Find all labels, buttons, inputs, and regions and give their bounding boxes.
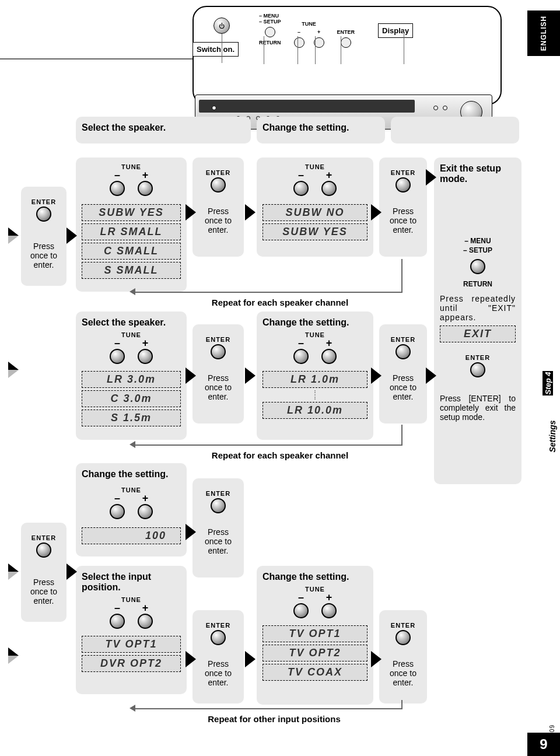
tune-label-3: TUNE xyxy=(82,331,181,338)
plus-sign: + xyxy=(326,172,332,178)
enter-button-r1a[interactable] xyxy=(211,177,226,192)
tune-down-btn-2[interactable] xyxy=(293,181,309,196)
tune-label-1: TUNE xyxy=(82,163,181,170)
press-once-r2a: Press once to enter. xyxy=(198,373,238,401)
row1-set-disp-2: SUBW YES xyxy=(262,223,368,240)
loop-arrow-3 xyxy=(130,705,135,712)
exit-panel: Exit the setup mode. – MENU – SETUP RETU… xyxy=(434,158,522,484)
minus-sign: – xyxy=(114,340,120,346)
tune-up-btn-3[interactable] xyxy=(138,349,153,364)
flow-arrow xyxy=(186,368,196,384)
plus-sign: + xyxy=(142,340,149,346)
tune-up-btn-1[interactable] xyxy=(138,181,153,196)
tune-down-btn-6[interactable] xyxy=(110,614,125,629)
enter-button-r3[interactable] xyxy=(211,498,226,513)
row2-select-title: Select the speaker. xyxy=(82,317,181,328)
enter-label-2: ENTER xyxy=(27,534,61,541)
flow-arrow xyxy=(186,524,196,540)
plus-sign: + xyxy=(142,495,149,502)
exit-press-enter: Press [ENTER] to completely exit the set… xyxy=(440,394,516,422)
tune-down-btn-1[interactable] xyxy=(110,181,125,196)
exit-title: Exit the setup mode. xyxy=(440,163,516,184)
top-return-label: RETURN xyxy=(259,40,281,46)
language-tab-label: ENGLISH xyxy=(540,16,548,51)
minus-sign: – xyxy=(114,172,120,178)
row3-disp-1: 100 xyxy=(82,527,181,544)
switch-on-callout: Switch on. xyxy=(192,42,239,57)
tune-down-btn-4[interactable] xyxy=(293,349,309,364)
enter-label-r2b: ENTER xyxy=(385,336,421,343)
tune-label-5: TUNE xyxy=(82,487,181,494)
row2-set-disp-2: LR 10.0m xyxy=(262,402,368,419)
row2-change-setting-panel: Change the setting. TUNE – + LR 1.0m LR … xyxy=(257,312,373,440)
heading-change-setting-label: Change the setting. xyxy=(262,123,379,133)
exit-display: EXIT xyxy=(440,326,516,342)
repeat-1: Repeat for each speaker channel xyxy=(175,298,385,307)
side-settings: Settings xyxy=(547,420,556,452)
enter-label-r1b: ENTER xyxy=(385,169,421,176)
tune-down-btn-3[interactable] xyxy=(110,349,125,364)
flow-arrow xyxy=(371,651,382,667)
device-illustration: – MENU– SETUP RETURN TUNE – + xyxy=(192,6,502,105)
repeat-2: Repeat for each speaker channel xyxy=(175,450,385,460)
row4-disp-1: TV OPT1 xyxy=(82,636,181,653)
flow-arrow xyxy=(66,564,77,580)
flow-arrow xyxy=(245,204,256,220)
repeat-3: Repeat for other input positions xyxy=(163,714,385,724)
tune-up-btn-6[interactable] xyxy=(138,614,153,629)
row4-select-input-title: Select the input position. xyxy=(82,572,181,593)
exit-enter-btn[interactable] xyxy=(470,362,485,377)
row1-disp-1: SUBW YES xyxy=(82,204,181,221)
enter-button-2[interactable] xyxy=(36,542,51,558)
top-tune-minus: – xyxy=(298,29,300,35)
row1-disp-3: C SMALL xyxy=(82,243,181,260)
enter-button-r2b[interactable] xyxy=(396,344,411,359)
flow-arrow xyxy=(186,651,196,667)
flow-arrow xyxy=(66,228,77,244)
top-tune-label: TUNE xyxy=(302,21,316,27)
press-once-1: Press once to enter. xyxy=(27,242,61,270)
press-once-r4a: Press once to enter. xyxy=(198,659,238,687)
tune-up-btn-4[interactable] xyxy=(321,349,337,364)
row1-enter-panel-2: ENTER Press once to enter. xyxy=(379,158,427,257)
press-once-r3: Press once to enter. xyxy=(198,527,238,555)
enter-button-r1b[interactable] xyxy=(396,177,411,192)
row1-enter-panel-1: ENTER Press once to enter. xyxy=(192,158,244,257)
tune-down-btn-7[interactable] xyxy=(293,603,309,618)
enter-button-1[interactable] xyxy=(36,206,51,222)
flow-arrow xyxy=(426,169,436,186)
tune-label-6: TUNE xyxy=(82,596,181,603)
loop-arrow-1 xyxy=(130,288,135,295)
top-menu-setup-btn[interactable] xyxy=(265,27,275,37)
tune-up-btn-2[interactable] xyxy=(321,181,337,196)
row4-set-disp-2: TV OPT2 xyxy=(262,645,368,662)
page-number: 9 xyxy=(527,733,560,756)
tune-label-4: TUNE xyxy=(262,331,368,338)
enter-button-r2a[interactable] xyxy=(211,344,226,359)
flow-arrow xyxy=(8,362,19,378)
enter-button-r4a[interactable] xyxy=(211,630,226,645)
heading-change-setting: Change the setting. xyxy=(257,117,385,144)
power-button[interactable]: ⏻ xyxy=(214,18,230,34)
press-once-r1b: Press once to enter. xyxy=(385,206,421,235)
tune-up-btn-7[interactable] xyxy=(321,603,337,618)
tune-down-btn-5[interactable] xyxy=(110,504,125,519)
flow-arrow xyxy=(371,368,382,384)
row4-disp-2: DVR OPT2 xyxy=(82,655,181,672)
tune-label-2: TUNE xyxy=(262,163,368,170)
exit-return-label: RETURN xyxy=(440,280,516,288)
top-tune-down-btn[interactable] xyxy=(294,37,304,48)
row4-set-disp-1: TV OPT1 xyxy=(262,625,368,642)
side-step: Step 4 xyxy=(544,372,552,395)
minus-sign: – xyxy=(114,604,120,611)
tune-up-btn-5[interactable] xyxy=(138,504,153,519)
row1-disp-2: LR SMALL xyxy=(82,223,181,240)
exit-menu-setup-btn[interactable] xyxy=(470,259,485,274)
enter-button-r4b[interactable] xyxy=(396,630,411,645)
minus-sign: – xyxy=(298,594,304,601)
tune-label-7: TUNE xyxy=(262,586,368,593)
flow-arrow xyxy=(371,204,382,220)
flow-arrow xyxy=(8,564,19,580)
enter-label-r4b: ENTER xyxy=(385,622,421,629)
top-enter-btn[interactable] xyxy=(341,37,351,48)
